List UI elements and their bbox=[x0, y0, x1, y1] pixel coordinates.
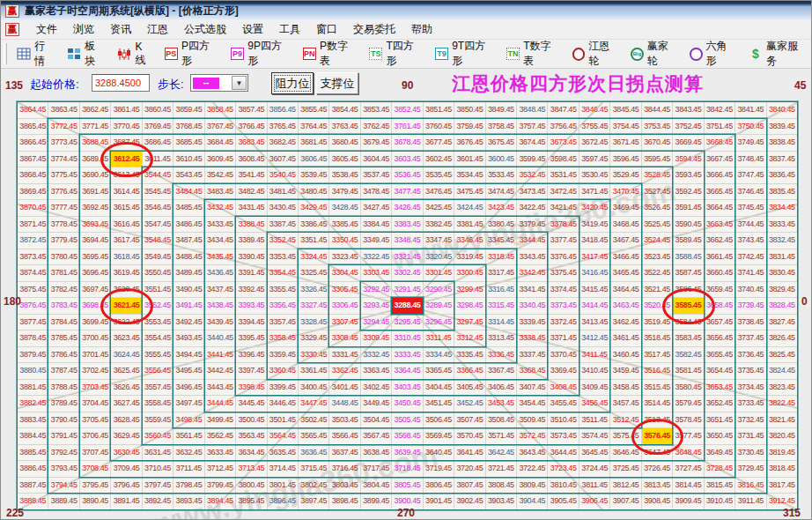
grid-cell[interactable]: 3796.45 bbox=[111, 478, 142, 494]
grid-cell[interactable]: 3368.45 bbox=[517, 363, 548, 380]
grid-cell[interactable]: 3637.45 bbox=[329, 445, 360, 462]
grid-cell[interactable]: 3451.45 bbox=[424, 396, 454, 412]
grid-cell[interactable]: 3619.45 bbox=[111, 265, 142, 282]
grid-cell[interactable]: 3659.45 bbox=[705, 282, 735, 299]
grid-cell[interactable]: 3301.45 bbox=[424, 265, 454, 282]
grid-cell[interactable]: 3518.45 bbox=[642, 331, 673, 347]
start-price-input[interactable] bbox=[92, 74, 150, 92]
grid-cell[interactable]: 3809.45 bbox=[517, 478, 548, 494]
grid-cell[interactable]: 3574.45 bbox=[579, 428, 610, 445]
grid-cell[interactable]: 3714.45 bbox=[268, 461, 299, 478]
grid-cell[interactable]: 3480.45 bbox=[299, 184, 329, 201]
grid-cell[interactable]: 3338.45 bbox=[517, 331, 548, 347]
grid-cell[interactable]: 3904.45 bbox=[517, 494, 548, 510]
grid-cell[interactable]: 3373.45 bbox=[548, 298, 579, 315]
grid-cell[interactable]: 3432.45 bbox=[205, 200, 236, 217]
grid-cell[interactable]: 3753.45 bbox=[642, 119, 673, 136]
grid-cell[interactable]: 3297.45 bbox=[454, 315, 485, 331]
grid-cell[interactable]: 3620.45 bbox=[111, 282, 142, 299]
grid-cell[interactable]: 3448.45 bbox=[329, 396, 360, 412]
grid-cell[interactable]: 3430.45 bbox=[268, 200, 299, 217]
grid-cell[interactable]: 3803.45 bbox=[329, 478, 360, 494]
grid-cell[interactable]: 3561.45 bbox=[173, 428, 204, 445]
grid-cell[interactable]: 3507.45 bbox=[454, 412, 485, 429]
grid-cell[interactable]: 3868.45 bbox=[18, 167, 48, 184]
grid-cell[interactable]: 3820.45 bbox=[767, 428, 798, 445]
grid-cell[interactable]: 3377.45 bbox=[548, 233, 579, 249]
grid-cell[interactable]: 3811.45 bbox=[579, 478, 610, 494]
grid-cell[interactable]: 3732.45 bbox=[735, 412, 766, 429]
grid-cell[interactable]: 3314.45 bbox=[486, 315, 517, 331]
grid-cell[interactable]: 3666.45 bbox=[705, 167, 735, 184]
grid-cell[interactable]: 3791.45 bbox=[48, 428, 79, 445]
grid-cell[interactable]: 3608.45 bbox=[236, 152, 267, 168]
grid-cell[interactable]: 3554.45 bbox=[143, 331, 173, 347]
grid-cell[interactable]: 3372.45 bbox=[548, 315, 579, 331]
grid-cell[interactable]: 3525.45 bbox=[642, 217, 673, 234]
grid-cell[interactable]: 3424.45 bbox=[454, 200, 485, 217]
grid-cell[interactable]: 3309.45 bbox=[361, 331, 392, 347]
grid-cell[interactable]: 3706.45 bbox=[80, 428, 111, 445]
grid-cell[interactable]: 3783.45 bbox=[48, 298, 79, 315]
grid-cell[interactable]: 3831.45 bbox=[767, 249, 798, 266]
grid-cell[interactable]: 3513.45 bbox=[642, 412, 673, 429]
grid-cell[interactable]: 3512.45 bbox=[610, 412, 641, 429]
grid-cell[interactable]: 3473.45 bbox=[517, 184, 548, 201]
grid-cell[interactable]: 3478.45 bbox=[361, 184, 392, 201]
grid-cell[interactable]: 3316.45 bbox=[486, 282, 517, 299]
grid-cell[interactable]: 3492.45 bbox=[173, 315, 204, 331]
grid-cell[interactable]: 3385.45 bbox=[329, 217, 360, 234]
grid-cell[interactable]: 3493.45 bbox=[173, 331, 204, 347]
grid-cell[interactable]: 3483.45 bbox=[205, 184, 236, 201]
grid-cell[interactable]: 3733.45 bbox=[735, 396, 766, 412]
grid-cell[interactable]: 3447.45 bbox=[299, 396, 329, 412]
grid-cell[interactable]: 3624.45 bbox=[111, 347, 142, 364]
grid-cell[interactable]: 3640.45 bbox=[424, 445, 454, 462]
grid-cell[interactable]: 3342.45 bbox=[517, 265, 548, 282]
grid-cell[interactable]: 3647.45 bbox=[642, 445, 673, 462]
grid-cell[interactable]: 3595.45 bbox=[642, 152, 673, 168]
grid-cell[interactable]: 3357.45 bbox=[268, 315, 299, 331]
grid-cell[interactable]: 3305.45 bbox=[329, 282, 360, 299]
grid-cell[interactable]: 3439.45 bbox=[205, 315, 236, 331]
grid-cell[interactable]: 3703.45 bbox=[80, 380, 111, 397]
grid-cell[interactable]: 3339.45 bbox=[517, 315, 548, 331]
grid-cell[interactable]: 3415.45 bbox=[579, 282, 610, 299]
grid-cell[interactable]: 3775.45 bbox=[48, 167, 79, 184]
grid-cell[interactable]: 3856.45 bbox=[268, 102, 299, 119]
grid-cell[interactable]: 3423.45 bbox=[486, 200, 517, 217]
grid-cell[interactable]: 3427.45 bbox=[361, 200, 392, 217]
grid-cell[interactable]: 3425.45 bbox=[424, 200, 454, 217]
grid-cell[interactable]: 3489.45 bbox=[173, 265, 204, 282]
grid-cell[interactable]: 3879.45 bbox=[18, 347, 48, 364]
grid-cell[interactable]: 3438.45 bbox=[205, 298, 236, 315]
grid-cell[interactable]: 3850.45 bbox=[454, 102, 485, 119]
grid-cell[interactable]: 3369.45 bbox=[548, 363, 579, 380]
grid-cell[interactable]: 3711.45 bbox=[173, 461, 204, 478]
grid-cell[interactable]: 3446.45 bbox=[268, 396, 299, 412]
grid-cell[interactable]: 3728.45 bbox=[705, 461, 735, 478]
grid-cell[interactable]: 3540.45 bbox=[268, 167, 299, 184]
grid-cell[interactable]: 3604.45 bbox=[361, 152, 392, 168]
grid-cell[interactable]: 3844.45 bbox=[642, 102, 673, 119]
grid-cell[interactable]: 3864.45 bbox=[18, 102, 48, 119]
grid-cell[interactable]: 3349.45 bbox=[361, 233, 392, 249]
grid-cell[interactable]: 3577.45 bbox=[673, 428, 704, 445]
grid-cell[interactable]: 3366.45 bbox=[454, 363, 485, 380]
grid-cell[interactable]: 3354.45 bbox=[268, 265, 299, 282]
grid-cell[interactable]: 3353.45 bbox=[268, 249, 299, 266]
grid-cell[interactable]: 3367.45 bbox=[486, 363, 517, 380]
grid-cell[interactable]: 3557.45 bbox=[143, 380, 173, 397]
grid-cell[interactable]: 3587.45 bbox=[673, 265, 704, 282]
grid-cell[interactable]: 3406.45 bbox=[486, 380, 517, 397]
toolbar-button-9T四方形[interactable]: T99T四方形 bbox=[429, 37, 500, 71]
grid-cell[interactable]: 3855.45 bbox=[299, 102, 329, 119]
grid-cell[interactable]: 3359.45 bbox=[268, 347, 299, 364]
grid-cell[interactable]: 3736.45 bbox=[735, 347, 766, 364]
grid-cell[interactable]: 3802.45 bbox=[299, 478, 329, 494]
grid-cell[interactable]: 3805.45 bbox=[392, 478, 423, 494]
grid-cell[interactable]: 3605.45 bbox=[329, 152, 360, 168]
grid-cell[interactable]: 3887.45 bbox=[18, 478, 48, 494]
grid-cell[interactable]: 3865.45 bbox=[18, 119, 48, 136]
grid-cell[interactable]: 3884.45 bbox=[18, 428, 48, 445]
